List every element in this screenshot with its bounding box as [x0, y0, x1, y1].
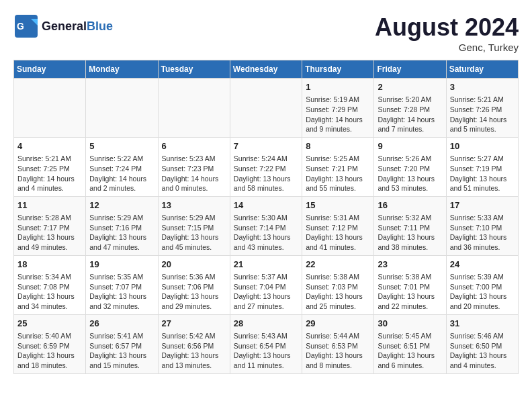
day-info: Sunrise: 5:29 AM Sunset: 7:15 PM Dayligh… [162, 213, 226, 253]
day-info: Sunrise: 5:32 AM Sunset: 7:11 PM Dayligh… [378, 213, 442, 253]
day-number: 16 [378, 199, 442, 212]
day-number: 2 [378, 81, 442, 93]
calendar-cell: 15Sunrise: 5:31 AM Sunset: 7:12 PM Dayli… [302, 196, 374, 255]
day-number: 30 [378, 318, 442, 330]
calendar-cell: 25Sunrise: 5:40 AM Sunset: 6:59 PM Dayli… [14, 314, 86, 373]
calendar-cell: 23Sunrise: 5:38 AM Sunset: 7:01 PM Dayli… [374, 255, 446, 314]
day-number: 1 [306, 81, 370, 93]
day-info: Sunrise: 5:33 AM Sunset: 7:10 PM Dayligh… [450, 213, 515, 253]
calendar-week-row: 4Sunrise: 5:21 AM Sunset: 7:25 PM Daylig… [14, 137, 519, 196]
calendar-cell: 7Sunrise: 5:24 AM Sunset: 7:22 PM Daylig… [230, 137, 302, 196]
calendar-cell: 29Sunrise: 5:44 AM Sunset: 6:53 PM Dayli… [302, 314, 374, 373]
calendar-cell [14, 79, 86, 138]
day-info: Sunrise: 5:24 AM Sunset: 7:22 PM Dayligh… [234, 154, 298, 193]
calendar-body: 1Sunrise: 5:19 AM Sunset: 7:29 PM Daylig… [14, 79, 519, 374]
calendar-cell: 28Sunrise: 5:43 AM Sunset: 6:54 PM Dayli… [230, 314, 302, 373]
day-info: Sunrise: 5:44 AM Sunset: 6:53 PM Dayligh… [306, 331, 370, 371]
day-info: Sunrise: 5:20 AM Sunset: 7:28 PM Dayligh… [378, 95, 442, 134]
day-number: 24 [450, 259, 515, 271]
calendar-cell: 17Sunrise: 5:33 AM Sunset: 7:10 PM Dayli… [446, 196, 518, 255]
day-number: 4 [17, 140, 82, 152]
logo-text: GeneralBlue [42, 19, 113, 34]
calendar-cell: 10Sunrise: 5:27 AM Sunset: 7:19 PM Dayli… [446, 137, 518, 196]
day-info: Sunrise: 5:31 AM Sunset: 7:12 PM Dayligh… [306, 213, 370, 253]
day-number: 12 [89, 199, 154, 212]
day-number: 25 [17, 318, 82, 330]
day-info: Sunrise: 5:22 AM Sunset: 7:24 PM Dayligh… [89, 154, 154, 193]
day-number: 22 [306, 259, 370, 271]
calendar-cell [158, 79, 230, 138]
calendar-week-row: 18Sunrise: 5:34 AM Sunset: 7:08 PM Dayli… [14, 255, 519, 314]
day-number: 11 [17, 199, 82, 212]
day-info: Sunrise: 5:30 AM Sunset: 7:14 PM Dayligh… [234, 213, 298, 253]
day-number: 5 [89, 140, 154, 152]
calendar-cell: 6Sunrise: 5:23 AM Sunset: 7:23 PM Daylig… [158, 137, 230, 196]
calendar-cell: 27Sunrise: 5:42 AM Sunset: 6:56 PM Dayli… [158, 314, 230, 373]
weekday-header-cell: Friday [374, 60, 446, 79]
calendar-title-block: August 2024 Genc, Turkey [375, 13, 519, 53]
day-info: Sunrise: 5:41 AM Sunset: 6:57 PM Dayligh… [89, 331, 154, 371]
location-text: Genc, Turkey [375, 42, 519, 53]
calendar-week-row: 1Sunrise: 5:19 AM Sunset: 7:29 PM Daylig… [14, 79, 519, 138]
logo-icon: G [13, 13, 39, 39]
day-number: 3 [450, 81, 515, 93]
day-info: Sunrise: 5:21 AM Sunset: 7:25 PM Dayligh… [17, 154, 82, 193]
day-number: 17 [450, 199, 515, 212]
day-info: Sunrise: 5:46 AM Sunset: 6:50 PM Dayligh… [450, 331, 515, 371]
day-number: 29 [306, 318, 370, 330]
calendar-week-row: 11Sunrise: 5:28 AM Sunset: 7:17 PM Dayli… [14, 196, 519, 255]
day-info: Sunrise: 5:27 AM Sunset: 7:19 PM Dayligh… [450, 154, 515, 193]
day-info: Sunrise: 5:39 AM Sunset: 7:00 PM Dayligh… [450, 272, 515, 312]
day-number: 20 [162, 259, 226, 271]
day-number: 7 [234, 140, 298, 152]
day-info: Sunrise: 5:45 AM Sunset: 6:51 PM Dayligh… [378, 331, 442, 371]
calendar-cell: 24Sunrise: 5:39 AM Sunset: 7:00 PM Dayli… [446, 255, 518, 314]
calendar-cell: 9Sunrise: 5:26 AM Sunset: 7:20 PM Daylig… [374, 137, 446, 196]
calendar-cell: 26Sunrise: 5:41 AM Sunset: 6:57 PM Dayli… [86, 314, 158, 373]
calendar-cell [230, 79, 302, 138]
weekday-header-cell: Wednesday [230, 60, 302, 79]
day-info: Sunrise: 5:40 AM Sunset: 6:59 PM Dayligh… [17, 331, 82, 371]
svg-text:G: G [17, 21, 24, 32]
day-info: Sunrise: 5:38 AM Sunset: 7:01 PM Dayligh… [378, 272, 442, 312]
day-info: Sunrise: 5:35 AM Sunset: 7:07 PM Dayligh… [89, 272, 154, 312]
day-number: 31 [450, 318, 515, 330]
calendar-table: SundayMondayTuesdayWednesdayThursdayFrid… [13, 60, 519, 374]
day-number: 9 [378, 140, 442, 152]
day-number: 8 [306, 140, 370, 152]
day-info: Sunrise: 5:28 AM Sunset: 7:17 PM Dayligh… [17, 213, 82, 253]
weekday-header-cell: Tuesday [158, 60, 230, 79]
calendar-cell: 19Sunrise: 5:35 AM Sunset: 7:07 PM Dayli… [86, 255, 158, 314]
day-number: 10 [450, 140, 515, 152]
day-number: 21 [234, 259, 298, 271]
calendar-cell: 2Sunrise: 5:20 AM Sunset: 7:28 PM Daylig… [374, 79, 446, 138]
calendar-cell: 21Sunrise: 5:37 AM Sunset: 7:04 PM Dayli… [230, 255, 302, 314]
weekday-header-cell: Monday [86, 60, 158, 79]
day-info: Sunrise: 5:34 AM Sunset: 7:08 PM Dayligh… [17, 272, 82, 312]
calendar-cell: 3Sunrise: 5:21 AM Sunset: 7:26 PM Daylig… [446, 79, 518, 138]
weekday-header-cell: Saturday [446, 60, 518, 79]
day-number: 18 [17, 259, 82, 271]
day-number: 14 [234, 199, 298, 212]
day-info: Sunrise: 5:42 AM Sunset: 6:56 PM Dayligh… [162, 331, 226, 371]
day-info: Sunrise: 5:36 AM Sunset: 7:06 PM Dayligh… [162, 272, 226, 312]
day-info: Sunrise: 5:25 AM Sunset: 7:21 PM Dayligh… [306, 154, 370, 193]
calendar-cell: 16Sunrise: 5:32 AM Sunset: 7:11 PM Dayli… [374, 196, 446, 255]
day-number: 6 [162, 140, 226, 152]
day-number: 28 [234, 318, 298, 330]
weekday-header-cell: Sunday [14, 60, 86, 79]
calendar-cell: 8Sunrise: 5:25 AM Sunset: 7:21 PM Daylig… [302, 137, 374, 196]
day-info: Sunrise: 5:21 AM Sunset: 7:26 PM Dayligh… [450, 95, 515, 134]
calendar-cell: 12Sunrise: 5:29 AM Sunset: 7:16 PM Dayli… [86, 196, 158, 255]
day-number: 19 [89, 259, 154, 271]
calendar-cell: 5Sunrise: 5:22 AM Sunset: 7:24 PM Daylig… [86, 137, 158, 196]
calendar-cell: 13Sunrise: 5:29 AM Sunset: 7:15 PM Dayli… [158, 196, 230, 255]
calendar-cell [86, 79, 158, 138]
weekday-header-row: SundayMondayTuesdayWednesdayThursdayFrid… [14, 60, 519, 79]
calendar-week-row: 25Sunrise: 5:40 AM Sunset: 6:59 PM Dayli… [14, 314, 519, 373]
day-info: Sunrise: 5:43 AM Sunset: 6:54 PM Dayligh… [234, 331, 298, 371]
calendar-cell: 4Sunrise: 5:21 AM Sunset: 7:25 PM Daylig… [14, 137, 86, 196]
day-number: 13 [162, 199, 226, 212]
calendar-cell: 11Sunrise: 5:28 AM Sunset: 7:17 PM Dayli… [14, 196, 86, 255]
day-info: Sunrise: 5:29 AM Sunset: 7:16 PM Dayligh… [89, 213, 154, 253]
